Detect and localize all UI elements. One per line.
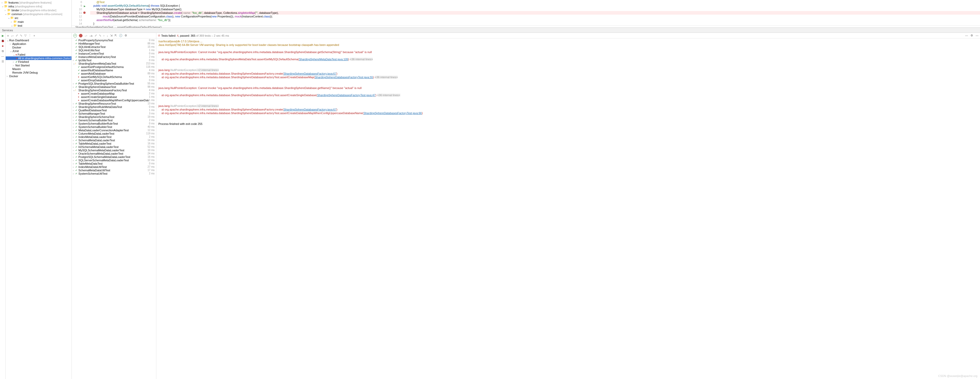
test-item[interactable]: ●assertCreateDatabaseMapWhenConfigUpperc… [72,99,156,102]
test-item[interactable]: ›✔SchemaMetaDataLoaderTest14 ms [72,139,156,142]
test-item[interactable]: ›✔ShardingSphereSchemaTest19 ms [72,115,156,118]
project-tree-item[interactable]: ›📁main [0,20,72,24]
test-item[interactable]: ✔assertDropDatabase0 ms [72,78,156,82]
test-item[interactable]: ›✔SystemSchemaBuilderRuleTest0 ms [72,122,156,125]
history-icon[interactable]: 🕘 [119,34,123,37]
test-item[interactable]: ✔SQLHintExtractorTest15 ms [72,45,156,48]
sort-icon[interactable]: ↓↑ [84,34,88,37]
test-item[interactable]: ✔InstanceContextTest0 ms [72,52,156,55]
project-tree-item[interactable]: ⌄📁test [0,24,72,27]
gear-icon[interactable]: ⚙ [970,34,973,37]
test-item[interactable]: ›✔GenericSchemaBuilderTest2 ms [72,118,156,122]
services-tree-item[interactable]: ⌄JUnit [6,49,72,53]
services-tree-item[interactable]: ⌄●Failed [6,53,72,56]
stacktrace-link[interactable]: ShardingSphereMetaDataTest.java:109 [299,58,348,61]
stacktrace-link[interactable]: ShardingSphereDatabasesFactoryTest.java:… [315,76,373,79]
test-item[interactable]: ›✔SchemaManagerTest3 ms [72,112,156,115]
test-item[interactable]: ›✔ColumnMetaDataLoaderTest119 ms [72,132,156,135]
test-item[interactable]: ✔assertNullDatabaseName4 ms [72,68,156,72]
expand-icon[interactable]: ☰ [1,59,5,63]
filter-icon[interactable]: ⧉ [1,49,5,53]
test-item[interactable]: ›✔ShardingSphereResourceTest13 ms [72,102,156,105]
test-item[interactable]: ›✔IndexMetaDataUtilTest27 ms [72,165,156,169]
tests-list[interactable]: ✔PoolPropertySynonymsTest0 ms✔HintManage… [72,38,156,379]
stacktrace-link[interactable]: ShardingSphereDatabasesFactory.java:67 [283,108,336,111]
test-item[interactable]: ›✔ShardingSphereDatabaseTest98 ms [72,85,156,88]
test-item[interactable]: ⌄!ShardingSphereDatabasesFactoryTest4 ms [72,88,156,92]
test-item[interactable]: ›✔SchemaMetaDataUtilTest17 ms [72,169,156,172]
services-tree-item[interactable]: Remote JVM Debug [6,71,72,74]
debug-icon[interactable]: 🐞 [1,39,5,43]
expand-icon[interactable]: ⤢ [95,34,97,37]
services-tree-item[interactable]: Maven [6,67,72,71]
services-tree-item[interactable]: ›Docker [6,74,72,78]
breakpoint-icon[interactable] [83,11,86,14]
export-icon[interactable]: ⇲ [110,34,113,37]
test-item[interactable]: ›✔H2SchemaMetaDataLoaderTest52 ms [72,145,156,148]
project-tree[interactable]: ›📁features[shardingsphere-features]⌄📁inf… [0,0,72,27]
project-tree-item[interactable]: ⌄📁src [0,16,72,20]
stop-icon[interactable]: ■ [1,44,5,48]
test-item[interactable]: ›✔TableMetaDataLoaderTest16 ms [72,142,156,145]
services-tree-item[interactable]: ⌄Run Dashboard [6,38,72,42]
test-item[interactable]: ›✔QualifiedDatabaseTest1 ms [72,108,156,112]
test-item[interactable]: ✔PoolPropertySynonymsTest0 ms [72,38,156,42]
sort-alpha-icon[interactable]: ↓a [89,34,92,37]
services-panel-title[interactable]: Services [0,28,980,33]
services-tree-item[interactable]: Docker [6,46,72,49]
project-tree-item[interactable]: ⌄📁common[shardingsphere-infra-common] [0,12,72,16]
test-item[interactable]: ✔InstanceMetaDataFactoryTest2 ms [72,55,156,59]
test-item[interactable]: ✔assertAddDatabase89 ms [72,72,156,75]
prev-fail-icon[interactable]: ↑ [103,34,105,37]
project-tree-item[interactable]: ›📁features[shardingsphere-features] [0,0,72,4]
editor-gutter[interactable]: 89▶1011121314 [72,0,84,25]
stacktrace-link[interactable]: ShardingSphereDatabasesFactoryTest.java:… [363,111,422,115]
services-tree-item[interactable]: ●All in shardingsphere-infra-common[fail… [6,56,72,60]
settings-icon[interactable]: ⋮ [29,34,31,37]
test-item[interactable]: ›✔ShardingSphereRuleMetaDataTest0 ms [72,105,156,108]
test-item[interactable]: ✔HintManagerTest88 ms [72,42,156,45]
services-tree-item[interactable]: ›Not Started [6,64,72,67]
layout-icon[interactable]: ≡ [7,34,9,37]
test-item[interactable]: ›✔PostgreSQLSchemaMetaDataLoaderTest16 m… [72,155,156,158]
show-passed-toggle[interactable]: ✔ [73,34,77,37]
import-icon[interactable]: ⇱ [115,34,117,37]
test-item[interactable]: ✔SQLHintUtilsTest1 ms [72,48,156,52]
sort-icon[interactable]: ↓↑ [11,34,14,37]
filter-icon[interactable]: ▽ [24,34,26,37]
test-item[interactable]: ›✔IndexMetaDataLoaderTest2 ms [72,135,156,139]
run-gutter-icon[interactable]: ▶ [84,4,86,8]
gear-icon[interactable]: ⚙ [124,34,127,37]
services-tree-item[interactable]: ›✔Finished [6,60,72,64]
add-icon[interactable]: + [33,34,35,37]
test-item[interactable]: ⌄!ShardingSphereMetaDataTest213 ms [72,62,156,65]
test-item[interactable]: ›✔TableMetaDataTest0 ms [72,162,156,165]
next-fail-icon[interactable]: ↓ [107,34,108,37]
show-failed-toggle[interactable] [79,34,83,37]
stacktrace-link[interactable]: ShardingSphereDatabasesFactoryTest.java:… [317,94,375,97]
test-item[interactable]: ✔assertGetPostgresDefaultSchema116 ms [72,65,156,68]
test-item[interactable]: ›✔SystemSchemaBuilderTest40 ms [72,125,156,129]
test-item[interactable]: ›✔MetaDataLoaderConnectionAdapterTest12 … [72,129,156,132]
test-item[interactable]: ›✔SystemSchemaUtilTest2 ms [72,172,156,175]
test-item[interactable]: ›✔OracleSchemaMetaDataLoaderTest24 ms [72,152,156,155]
services-tree-item[interactable]: ›Application [6,42,72,46]
collapse-all-icon[interactable]: ⤡ [20,34,22,37]
project-tree-item[interactable]: ›📁binder[shardingsphere-infra-binder] [0,8,72,12]
test-item[interactable]: ›✔MySQLSchemaMetaDataLoaderTest10 ms [72,148,156,152]
test-item[interactable]: ›✔IpUtilsTest0 ms [72,59,156,62]
services-tree[interactable]: ⌄Run Dashboard›ApplicationDocker⌄JUnit⌄●… [6,38,72,379]
stacktrace-link[interactable]: ShardingSphereDatabasesFactory.java:67 [283,72,336,75]
run-icon[interactable]: ▶ [1,34,5,37]
test-item[interactable]: ›✔PostgreSQLShardingSphereDataBuilderTes… [72,82,156,85]
collapse-icon[interactable]: ⤡ [99,34,101,37]
test-item[interactable]: ●assertCreateDatabaseMap2 ms [72,92,156,95]
code-area[interactable]: @Test public void assertGetMySQLDefaultS… [84,0,980,25]
test-item[interactable]: ●assertCreateSingleDatabase1 ms [72,95,156,99]
hide-icon[interactable]: ― [976,34,978,37]
console-output[interactable]: /usr/local/java/jdk-17.0.1/bin/java ...J… [156,38,980,379]
project-tree-item[interactable]: ⌄📁infra[shardingsphere-infra] [0,4,72,8]
expand-all-icon[interactable]: ⤢ [16,34,18,37]
test-item[interactable]: ›✔SQLServerSchemaMetaDataLoaderTest12 ms [72,158,156,162]
minimize-icon[interactable]: — [965,34,968,37]
